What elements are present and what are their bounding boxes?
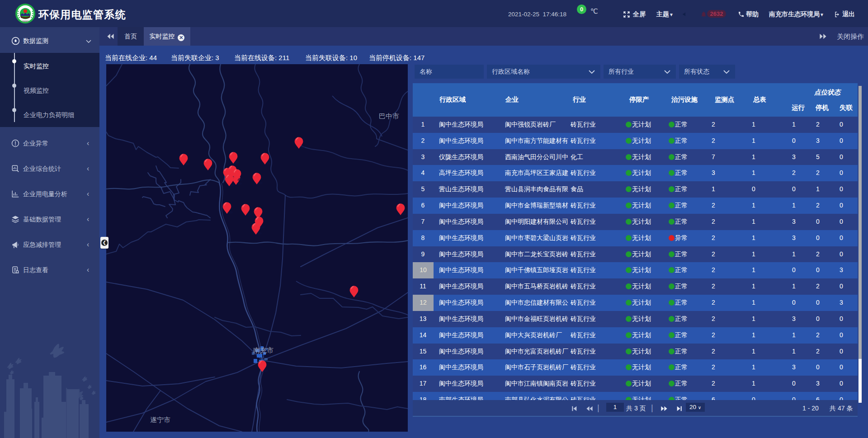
svg-text:南充市: 南充市 [253,346,274,354]
svg-text:巴中市: 巴中市 [379,112,399,120]
svg-text:遂宁市: 遂宁市 [150,416,170,424]
